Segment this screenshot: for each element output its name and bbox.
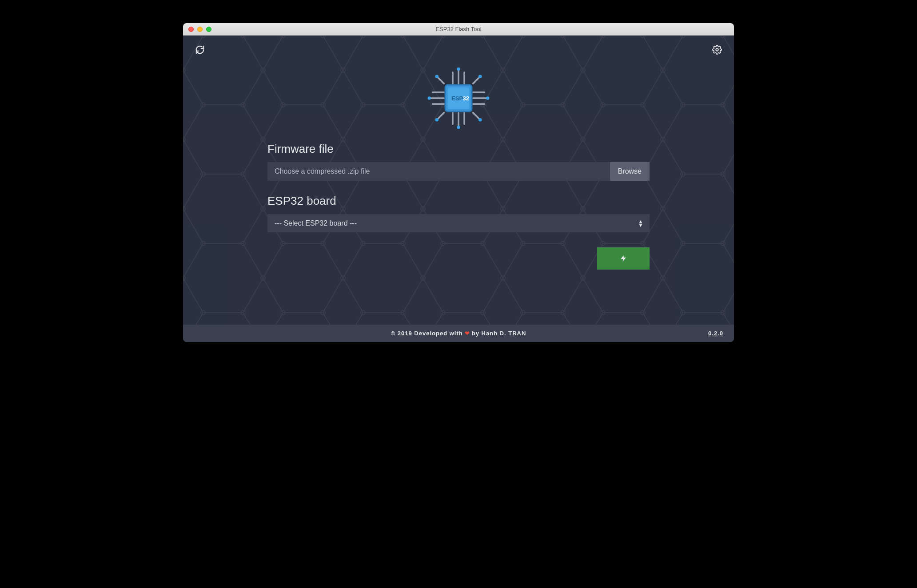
svg-point-22 <box>457 126 460 129</box>
board-label: ESP32 board <box>267 194 650 208</box>
footer-text-right: by Hanh D. TRAN <box>472 330 526 337</box>
logo-text-left: ESP <box>451 95 463 102</box>
footer-text-left: © 2019 Developed with <box>391 330 463 337</box>
firmware-file-input[interactable] <box>267 162 610 181</box>
footer: © 2019 Developed with ❤ by Hanh D. TRAN … <box>183 325 734 342</box>
svg-point-26 <box>478 75 482 79</box>
version-link[interactable]: 0.2.0 <box>708 330 723 337</box>
app-window: ESP32 Flash Tool <box>183 23 734 342</box>
browse-button[interactable]: Browse <box>610 162 650 181</box>
minimize-window-button[interactable] <box>197 27 203 32</box>
svg-point-28 <box>478 118 482 122</box>
svg-point-24 <box>486 96 490 100</box>
board-select[interactable]: --- Select ESP32 board --- <box>267 214 650 232</box>
app-body: ESP 32 Firmware file Browse ESP32 board … <box>183 36 734 342</box>
lightning-icon <box>619 253 627 264</box>
logo: ESP 32 <box>183 65 734 131</box>
refresh-icon[interactable] <box>194 44 206 56</box>
close-window-button[interactable] <box>188 27 194 32</box>
svg-point-23 <box>428 96 431 100</box>
firmware-label: Firmware file <box>267 142 650 156</box>
svg-point-25 <box>435 75 439 79</box>
logo-text-right: 32 <box>462 95 469 102</box>
flash-button[interactable] <box>597 247 650 270</box>
window-title: ESP32 Flash Tool <box>183 26 734 32</box>
titlebar: ESP32 Flash Tool <box>183 23 734 36</box>
traffic-lights <box>183 27 211 32</box>
svg-point-8 <box>716 48 718 51</box>
svg-point-21 <box>457 68 460 71</box>
main-form: Firmware file Browse ESP32 board --- Sel… <box>267 142 650 325</box>
maximize-window-button[interactable] <box>206 27 211 32</box>
heart-icon: ❤ <box>465 330 470 337</box>
svg-point-27 <box>435 118 439 122</box>
settings-icon[interactable] <box>711 44 723 56</box>
